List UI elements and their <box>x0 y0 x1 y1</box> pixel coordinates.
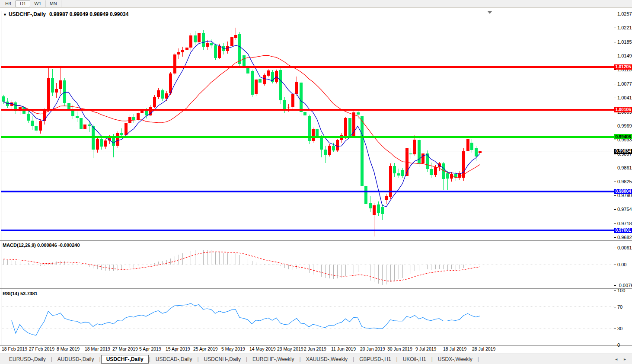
svg-text:1.00106: 1.00106 <box>615 107 631 112</box>
svg-text:27 Mar 2019: 27 Mar 2019 <box>112 346 138 351</box>
chart-tab-usdcnh-daily[interactable]: USDCNH-,Daily <box>199 355 246 364</box>
svg-text:28 Jul 2019: 28 Jul 2019 <box>472 346 495 351</box>
chart-tab-ukoil-h1[interactable]: UKOil-,H1 <box>398 355 431 364</box>
chart-canvas[interactable]: 1.025701.022101.018501.014901.011301.007… <box>0 8 632 354</box>
svg-text:1.01490: 1.01490 <box>617 53 632 58</box>
svg-text:0.99690: 0.99690 <box>617 123 632 128</box>
svg-text:0.99406: 0.99406 <box>615 134 631 139</box>
svg-text:25 Apr 2019: 25 Apr 2019 <box>193 346 218 351</box>
chart-window[interactable]: 1.025701.022101.018501.014901.011301.007… <box>0 8 632 354</box>
chart-tab-bar: EURUSD-,Daily|AUDUSD-,Daily|USDCHF-,Dail… <box>0 354 632 364</box>
svg-text:18 Mar 2019: 18 Mar 2019 <box>85 346 110 351</box>
svg-text:11 Jun 2019: 11 Jun 2019 <box>331 346 356 351</box>
svg-text:1.01205: 1.01205 <box>615 64 631 69</box>
svg-text:27 Feb 2019: 27 Feb 2019 <box>29 346 54 351</box>
svg-text:0.97180: 0.97180 <box>617 221 632 226</box>
date-axis[interactable]: 18 Feb 201927 Feb 20198 Mar 201918 Mar 2… <box>2 346 495 351</box>
svg-text:0.97001: 0.97001 <box>615 228 631 233</box>
ohlc-readout: 0.98987 0.99049 0.98949 0.99034 <box>49 11 129 17</box>
candlestick-series <box>2 25 482 236</box>
svg-text:5 Apr 2019: 5 Apr 2019 <box>139 346 161 351</box>
price-axis[interactable]: 1.025701.022101.018501.014901.011301.007… <box>614 11 632 348</box>
svg-text:1.00410: 1.00410 <box>617 95 632 100</box>
svg-text:1.01850: 1.01850 <box>617 39 632 45</box>
rsi-line <box>12 303 480 335</box>
tab-separator: | <box>477 356 479 362</box>
svg-text:100: 100 <box>617 288 625 293</box>
svg-text:2 Jun 2019: 2 Jun 2019 <box>304 346 326 351</box>
svg-text:1.00770: 1.00770 <box>617 81 632 86</box>
svg-text:14 May 2019: 14 May 2019 <box>249 346 276 351</box>
chart-tab-audusd-daily[interactable]: AUDUSD-,Daily <box>53 355 99 364</box>
macd-signal-line <box>3 252 480 281</box>
indicator-gridlines <box>1 265 614 329</box>
svg-text:0: 0 <box>617 342 620 348</box>
svg-text:0.98610: 0.98610 <box>617 165 632 170</box>
svg-text:20 Jun 2019: 20 Jun 2019 <box>360 346 385 351</box>
svg-text:15 Apr 2019: 15 Apr 2019 <box>166 346 190 351</box>
timeframe-button-h4[interactable]: H4 <box>1 0 16 7</box>
chart-tab-xauusd-weekly[interactable]: XAUUSD-,Weekly <box>301 355 352 364</box>
svg-text:9 Jul 2019: 9 Jul 2019 <box>415 346 437 351</box>
svg-text:18 Jul 2019: 18 Jul 2019 <box>443 346 466 351</box>
timeframe-button-mn[interactable]: MN <box>46 0 61 7</box>
chart-tab-gbpusd-h1[interactable]: GBPUSD-,H1 <box>354 355 396 364</box>
chart-tab-eurusd-daily[interactable]: EURUSD-,Daily <box>4 355 51 364</box>
svg-text:0.98004: 0.98004 <box>615 189 631 194</box>
svg-text:1.02210: 1.02210 <box>617 25 632 30</box>
svg-text:-0.007612: -0.007612 <box>617 283 632 288</box>
svg-text:5 May 2019: 5 May 2019 <box>221 346 245 351</box>
svg-text:30: 30 <box>617 326 622 331</box>
svg-text:0.99034: 0.99034 <box>615 149 631 153</box>
dropdown-arrow-icon[interactable]: ▼ <box>3 13 7 17</box>
symbol-period-label: USDCHF-,Daily <box>9 11 46 17</box>
timeframe-button-d1[interactable]: D1 <box>16 0 30 7</box>
svg-text:0.00613: 0.00613 <box>617 245 632 250</box>
timeframe-toolbar: H4 D1 W1 MN <box>0 0 632 8</box>
chart-title: ▼USDCHF-,Daily0.98987 0.99049 0.98949 0.… <box>3 11 128 17</box>
svg-text:18 Feb 2019: 18 Feb 2019 <box>2 346 27 351</box>
svg-text:30 Jun 2019: 30 Jun 2019 <box>387 346 412 351</box>
svg-text:0.00: 0.00 <box>617 262 626 267</box>
timeframe-button-w1[interactable]: W1 <box>30 0 46 7</box>
ma-fast-line <box>3 41 480 207</box>
chart-tab-usdchf-daily[interactable]: USDCHF-,Daily <box>101 355 149 364</box>
chart-tab-usdcad-daily[interactable]: USDCAD-,Daily <box>151 355 197 364</box>
macd-histogram <box>4 249 480 285</box>
svg-text:0.97540: 0.97540 <box>617 207 632 212</box>
svg-text:1.02570: 1.02570 <box>617 11 632 16</box>
svg-text:23 May 2019: 23 May 2019 <box>277 346 303 351</box>
tab-scroll-arrows[interactable]: ◂ ▸ <box>615 357 632 361</box>
macd-indicator-label: MACD(12,26,9) 0.000846 -0.000240 <box>3 243 80 248</box>
svg-text:8 Mar 2019: 8 Mar 2019 <box>57 346 80 351</box>
chart-shift-marker-icon[interactable] <box>488 11 492 14</box>
chart-tab-usdx-weekly[interactable]: USDX-,Weekly <box>433 355 477 364</box>
rsi-indicator-label: RSI(14) 53.7381 <box>3 291 38 296</box>
chart-tab-eurchf-weekly[interactable]: EURCHF-,Weekly <box>248 355 299 364</box>
svg-text:0.96820: 0.96820 <box>617 235 632 240</box>
svg-text:70: 70 <box>617 304 622 310</box>
svg-text:0.98250: 0.98250 <box>617 179 632 184</box>
pane-borders <box>0 11 632 345</box>
